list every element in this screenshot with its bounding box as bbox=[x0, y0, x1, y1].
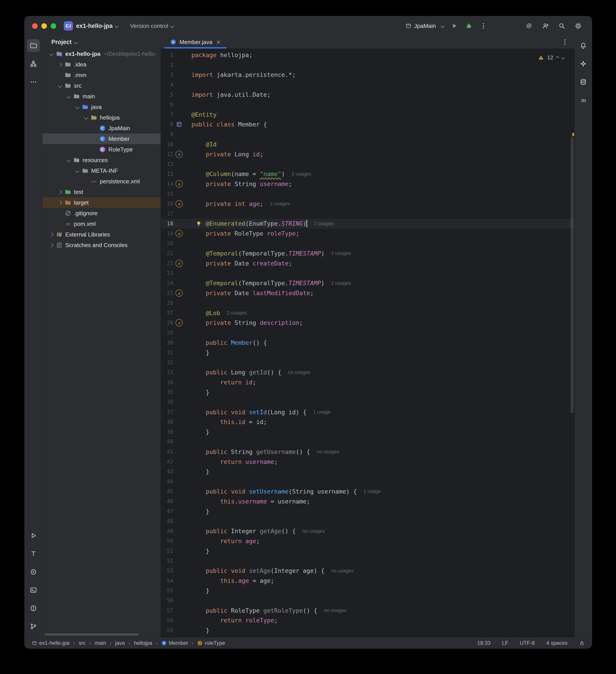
usages-inlay-hint[interactable]: 1 usage bbox=[313, 409, 330, 415]
tree-row--mvn[interactable]: .mvn bbox=[42, 70, 161, 80]
chevron-down-icon[interactable] bbox=[75, 169, 79, 173]
usages-inlay-hint[interactable]: 2 usages bbox=[227, 310, 247, 316]
vertical-scrollbar[interactable] bbox=[571, 137, 574, 413]
jpa-entity-icon[interactable] bbox=[176, 121, 182, 127]
line-number[interactable]: 45 bbox=[163, 488, 173, 494]
line-number[interactable]: 24 bbox=[163, 280, 173, 286]
line-number[interactable]: 32 bbox=[163, 359, 173, 365]
code-line-11[interactable]: 11a private Long id; bbox=[161, 149, 574, 159]
code-line-42[interactable]: 42 return username; bbox=[161, 457, 574, 467]
breadcrumb-item[interactable]: src bbox=[79, 640, 86, 646]
line-number[interactable]: 17 bbox=[163, 211, 173, 217]
code-line-30[interactable]: 30 public Member() { bbox=[161, 338, 574, 348]
line-number[interactable]: 55 bbox=[163, 587, 173, 594]
gutter[interactable]: a bbox=[173, 290, 185, 297]
line-number[interactable]: 19 bbox=[163, 230, 173, 237]
code-line-18[interactable]: 18 @Enumerated(EnumType.STRING)2 usages bbox=[161, 219, 574, 229]
tree-row-target[interactable]: target bbox=[42, 197, 161, 208]
more-tools-icon[interactable] bbox=[27, 76, 40, 88]
chevron-right-icon[interactable] bbox=[49, 243, 53, 247]
code-line-16[interactable]: 16a private int age;2 usages bbox=[161, 199, 574, 209]
gutter[interactable] bbox=[173, 121, 185, 127]
usages-inlay-hint[interactable]: no usages bbox=[317, 449, 339, 455]
tree-row-jpamain[interactable]: CJpaMain bbox=[42, 123, 161, 133]
line-number[interactable]: 11 bbox=[163, 151, 173, 157]
line-number[interactable]: 27 bbox=[163, 310, 173, 316]
chevron-down-icon[interactable] bbox=[58, 84, 62, 88]
file-encoding[interactable]: UTF-8 bbox=[520, 640, 535, 646]
previous-problem-icon[interactable] bbox=[556, 56, 559, 59]
search-icon[interactable] bbox=[556, 20, 568, 32]
line-number[interactable]: 20 bbox=[163, 240, 173, 247]
usages-inlay-hint[interactable]: 2 usages bbox=[314, 221, 333, 227]
chevron-down-icon[interactable] bbox=[75, 105, 79, 109]
code-line-2[interactable]: 2 bbox=[161, 60, 574, 70]
jpa-attribute-icon[interactable]: a bbox=[175, 260, 183, 267]
tab-options-icon[interactable] bbox=[561, 38, 569, 46]
line-number[interactable]: 36 bbox=[163, 399, 173, 405]
version-control-tool-icon[interactable] bbox=[27, 620, 40, 633]
tree-row-hellojpa[interactable]: hellojpa bbox=[42, 112, 161, 123]
line-number[interactable]: 14 bbox=[163, 181, 173, 187]
line-number[interactable]: 50 bbox=[163, 538, 173, 544]
caret-position[interactable]: 18:33 bbox=[477, 640, 490, 646]
tree-row-scratches-and-consoles[interactable]: Scratches and Consoles bbox=[42, 240, 161, 250]
jpa-attribute-icon[interactable]: a bbox=[175, 319, 183, 326]
code-line-17[interactable]: 17 bbox=[161, 209, 574, 219]
line-number[interactable]: 52 bbox=[163, 558, 173, 564]
code-line-43[interactable]: 43 } bbox=[161, 466, 574, 476]
line-number[interactable]: 2 bbox=[163, 62, 173, 68]
gutter[interactable]: a bbox=[173, 230, 185, 237]
terminal-tool-icon[interactable] bbox=[27, 584, 40, 596]
line-number[interactable]: 13 bbox=[163, 171, 173, 177]
code-line-40[interactable]: 40 bbox=[161, 437, 574, 447]
code-line-6[interactable]: 6 bbox=[161, 100, 574, 110]
project-tool-icon[interactable] bbox=[27, 39, 40, 52]
line-number[interactable]: 38 bbox=[163, 419, 173, 425]
line-number[interactable]: 21 bbox=[163, 250, 173, 256]
code-line-50[interactable]: 50 return age; bbox=[161, 536, 574, 546]
usages-inlay-hint[interactable]: 2 usages bbox=[270, 201, 290, 207]
line-number[interactable]: 3 bbox=[163, 72, 173, 78]
line-number[interactable]: 16 bbox=[163, 201, 173, 207]
database-icon[interactable] bbox=[577, 76, 590, 88]
code-line-20[interactable]: 20 bbox=[161, 238, 574, 248]
gutter[interactable]: a bbox=[173, 319, 185, 326]
breadcrumb-item[interactable]: ex1-hello-jpa bbox=[32, 640, 69, 646]
line-number[interactable]: 51 bbox=[163, 548, 173, 554]
usages-inlay-hint[interactable]: 2 usages bbox=[292, 171, 311, 177]
code-line-45[interactable]: 45 public void setUsername(String userna… bbox=[161, 486, 574, 496]
code-line-14[interactable]: 14a private String username; bbox=[161, 179, 574, 189]
code-line-12[interactable]: 12 bbox=[161, 159, 574, 169]
line-number[interactable]: 33 bbox=[163, 369, 173, 375]
code-line-22[interactable]: 22a private Date createDate; bbox=[161, 258, 574, 268]
code-line-58[interactable]: 58 return roleType; bbox=[161, 615, 574, 625]
readonly-lock-icon[interactable] bbox=[579, 640, 585, 646]
notifications-icon[interactable] bbox=[577, 39, 590, 52]
line-number[interactable]: 43 bbox=[163, 468, 173, 475]
tree-row-member[interactable]: CMember bbox=[42, 133, 161, 144]
tree-row-src[interactable]: src bbox=[42, 80, 161, 91]
code-line-25[interactable]: 25a private Date lastModifiedDate; bbox=[161, 288, 574, 298]
code-line-55[interactable]: 55 } bbox=[161, 586, 574, 596]
code-line-26[interactable]: 26 bbox=[161, 298, 574, 308]
usages-inlay-hint[interactable]: no usages bbox=[331, 568, 354, 574]
line-number[interactable]: 4 bbox=[163, 82, 173, 88]
gutter[interactable]: a bbox=[173, 260, 185, 267]
line-number[interactable]: 18 bbox=[163, 221, 173, 227]
code-line-35[interactable]: 35 } bbox=[161, 387, 574, 397]
code-line-52[interactable]: 52 bbox=[161, 556, 574, 566]
jpa-attribute-icon[interactable]: a bbox=[175, 290, 183, 297]
line-number[interactable]: 26 bbox=[163, 300, 173, 306]
code-line-54[interactable]: 54 this.age = age; bbox=[161, 576, 574, 586]
settings-icon[interactable] bbox=[572, 20, 584, 32]
code-line-24[interactable]: 24 @Temporal(TemporalType.TIMESTAMP)2 us… bbox=[161, 278, 574, 288]
tree-row-external-libraries[interactable]: External Libraries bbox=[42, 229, 161, 240]
chevron-down-icon[interactable] bbox=[49, 52, 53, 56]
line-separator[interactable]: LF bbox=[502, 640, 508, 646]
tree-row-test[interactable]: test bbox=[42, 187, 161, 197]
code-line-31[interactable]: 31 } bbox=[161, 348, 574, 358]
todo-tool-icon[interactable] bbox=[27, 547, 40, 560]
code-with-me-icon[interactable] bbox=[539, 20, 552, 32]
code-line-39[interactable]: 39 } bbox=[161, 427, 574, 437]
